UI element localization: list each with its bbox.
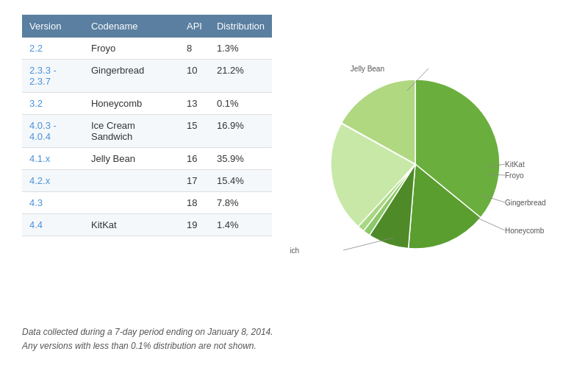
cell-version[interactable]: 4.0.3 - 4.0.4 [22,115,84,148]
table-row: 4.1.x Jelly Bean 16 35.9% [22,148,272,170]
chart-label: Gingerbread [505,199,546,207]
footer-text: Data collected during a 7-day period end… [22,325,566,353]
table-row: 4.2.x 17 15.4% [22,170,272,192]
cell-api: 17 [179,170,209,192]
cell-api: 8 [179,38,209,60]
cell-version[interactable]: 4.4 [22,214,84,236]
cell-distribution: 15.4% [209,170,272,192]
col-version: Version [22,15,84,38]
cell-distribution: 1.3% [209,38,272,60]
cell-version[interactable]: 4.2.x [22,170,84,192]
cell-api: 15 [179,115,209,148]
pie-chart: Jelly BeanKitKatFroyoGingerbreadHoneycom… [290,55,562,276]
cell-codename: Honeycomb [84,93,179,115]
table-row: 3.2 Honeycomb 13 0.1% [22,93,272,115]
cell-codename: Ice Cream Sandwich [84,115,179,148]
col-api: API [179,15,209,38]
cell-version[interactable]: 2.2 [22,38,84,60]
table-section: Version Codename API Distribution 2.2 Fr… [22,15,272,316]
distribution-table: Version Codename API Distribution 2.2 Fr… [22,15,272,236]
col-distribution: Distribution [209,15,272,38]
cell-codename [84,192,179,214]
cell-version[interactable]: 4.1.x [22,148,84,170]
chart-label: Jelly Bean [351,65,384,73]
footer-line2: Any versions with less than 0.1% distrib… [22,339,566,353]
table-row: 4.4 KitKat 19 1.4% [22,214,272,236]
cell-codename: Gingerbread [84,60,179,93]
cell-codename [84,170,179,192]
table-row: 2.3.3 - 2.3.7 Gingerbread 10 21.2% [22,60,272,93]
cell-distribution: 21.2% [209,60,272,93]
cell-codename: KitKat [84,214,179,236]
cell-api: 10 [179,60,209,93]
cell-distribution: 0.1% [209,93,272,115]
footer-line1: Data collected during a 7-day period end… [22,325,566,339]
cell-distribution: 7.8% [209,192,272,214]
page-container: Version Codename API Distribution 2.2 Fr… [0,0,588,368]
chart-label: Honeycomb [505,227,545,235]
chart-label-line [476,217,505,230]
cell-codename: Froyo [84,38,179,60]
table-row: 4.3 18 7.8% [22,192,272,214]
cell-api: 13 [179,93,209,115]
cell-distribution: 16.9% [209,115,272,148]
cell-codename: Jelly Bean [84,148,179,170]
cell-version[interactable]: 3.2 [22,93,84,115]
cell-api: 18 [179,192,209,214]
chart-label: Ice Cream Sandwich [290,247,299,255]
main-content: Version Codename API Distribution 2.2 Fr… [22,15,566,316]
chart-label: Froyo [505,171,524,180]
chart-label: KitKat [505,160,525,169]
cell-api: 16 [179,148,209,170]
table-row: 2.2 Froyo 8 1.3% [22,38,272,60]
cell-distribution: 35.9% [209,148,272,170]
col-codename: Codename [84,15,179,38]
cell-distribution: 1.4% [209,214,272,236]
table-row: 4.0.3 - 4.0.4 Ice Cream Sandwich 15 16.9… [22,115,272,148]
cell-api: 19 [179,214,209,236]
cell-version[interactable]: 2.3.3 - 2.3.7 [22,60,84,93]
cell-version[interactable]: 4.3 [22,192,84,214]
chart-section: Jelly BeanKitKatFroyoGingerbreadHoneycom… [287,15,566,316]
